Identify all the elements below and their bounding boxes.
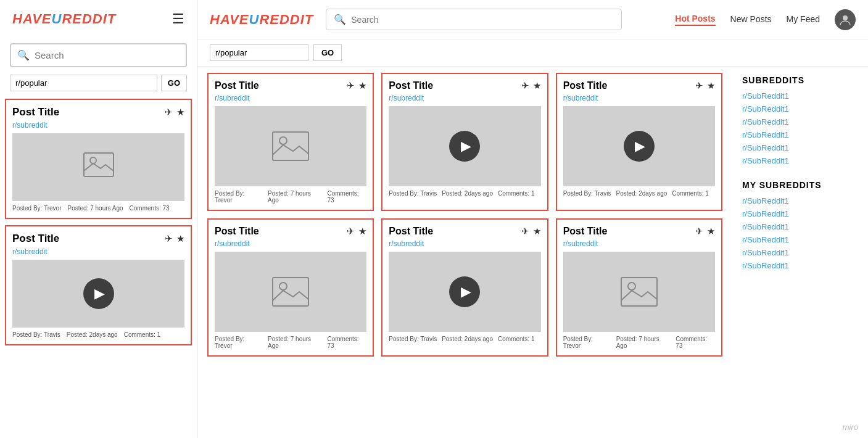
main-post-meta: Posted By: Travis Posted: 2days ago Comm… <box>389 190 540 197</box>
post-card-header: Post Title ✈ ★ <box>12 106 184 118</box>
post-actions: ✈ ★ <box>165 107 184 118</box>
main-post-header: Post Title ✈ ★ <box>389 80 540 91</box>
posted-by: Posted By: Travis <box>12 331 60 338</box>
main-post-header: Post Title ✈ ★ <box>215 226 366 237</box>
my-subreddit-link[interactable]: r/SubReddit1 <box>742 248 858 257</box>
play-arrow-icon: ▶ <box>635 138 645 154</box>
share-icon[interactable]: ✈ <box>165 107 173 118</box>
main-post-header: Post Title ✈ ★ <box>563 80 715 91</box>
my-subreddit-link[interactable]: r/SubReddit1 <box>742 235 858 244</box>
posted-by: Posted By: Trevor <box>215 336 263 349</box>
main-post-actions: ✈ ★ <box>347 80 366 91</box>
svg-point-2 <box>843 15 848 20</box>
sidebar-search-box[interactable]: 🔍 <box>10 43 187 67</box>
main-post-header: Post Title ✈ ★ <box>215 80 366 91</box>
share-icon[interactable]: ✈ <box>347 226 355 237</box>
save-icon[interactable]: ★ <box>358 226 366 237</box>
topbar-search-icon: 🔍 <box>334 14 346 25</box>
post-subreddit[interactable]: r/subreddit <box>12 121 184 130</box>
save-icon[interactable]: ★ <box>533 226 541 237</box>
sidebar-search-input[interactable] <box>35 50 180 60</box>
nav-hot-posts[interactable]: Hot Posts <box>675 14 715 26</box>
my-subreddit-link[interactable]: r/SubReddit1 <box>742 209 858 218</box>
post-title: Post Title <box>12 106 59 118</box>
main-post-header: Post Title ✈ ★ <box>389 226 540 237</box>
main-post-sub[interactable]: r/subreddit <box>563 94 715 102</box>
share-icon[interactable]: ✈ <box>347 80 355 91</box>
topbar: HaveUReddit 🔍 Hot Posts New Posts My Fee… <box>197 0 868 39</box>
comments-count: Comments: 1 <box>124 331 160 338</box>
main-post-title: Post Title <box>215 80 259 91</box>
comments-count: Comments: 1 <box>672 190 708 197</box>
play-arrow-icon: ▶ <box>461 138 471 154</box>
play-button[interactable]: ▶ <box>449 131 480 162</box>
save-icon[interactable]: ★ <box>707 80 715 91</box>
post-subreddit[interactable]: r/subreddit <box>12 247 184 256</box>
topbar-logo-have: Have <box>210 12 249 27</box>
play-button[interactable]: ▶ <box>449 276 480 307</box>
share-icon[interactable]: ✈ <box>165 233 173 244</box>
hamburger-icon[interactable]: ☰ <box>172 11 184 27</box>
share-icon[interactable]: ✈ <box>521 226 529 237</box>
subreddit-link[interactable]: r/SubReddit1 <box>742 130 858 139</box>
sidebar-logo: HaveUReddit <box>12 11 116 27</box>
save-icon[interactable]: ★ <box>533 80 541 91</box>
my-subreddits-title: My SubReddits <box>742 180 858 190</box>
subreddit-link[interactable]: r/SubReddit1 <box>742 156 858 165</box>
main-go-button[interactable]: GO <box>313 44 342 61</box>
sidebar-go-button[interactable]: GO <box>161 75 187 91</box>
play-button[interactable]: ▶ <box>83 278 114 309</box>
my-subreddit-link[interactable]: r/SubReddit1 <box>742 222 858 231</box>
posted-by: Posted By: Travis <box>563 190 611 197</box>
nav-new-posts[interactable]: New Posts <box>730 14 772 25</box>
sidebar-subreddit-input[interactable] <box>10 75 157 91</box>
subreddit-link[interactable]: r/SubReddit1 <box>742 91 858 101</box>
main-post-sub[interactable]: r/subreddit <box>563 239 715 248</box>
main-post-card: Post Title ✈ ★ r/subreddit ▶ Posted By: <box>381 73 548 211</box>
play-button[interactable]: ▶ <box>624 131 655 162</box>
post-meta: Posted By: Travis Posted: 2days ago Comm… <box>12 331 184 338</box>
my-subreddit-link[interactable]: r/SubReddit1 <box>742 196 858 205</box>
save-icon[interactable]: ★ <box>176 233 184 244</box>
main-post-sub[interactable]: r/subreddit <box>215 239 366 248</box>
post-thumbnail <box>12 133 184 201</box>
content-area: Post Title ✈ ★ r/subreddit <box>197 67 868 438</box>
topbar-search-box[interactable]: 🔍 <box>326 9 622 30</box>
subreddit-link[interactable]: r/SubReddit1 <box>742 117 858 126</box>
main-post-header: Post Title ✈ ★ <box>563 226 715 237</box>
share-icon[interactable]: ✈ <box>695 226 703 237</box>
posts-section: Post Title ✈ ★ r/subreddit <box>197 67 732 438</box>
posted-by: Posted By: Trevor <box>215 190 263 204</box>
main-post-sub[interactable]: r/subreddit <box>389 239 540 248</box>
my-subreddit-link[interactable]: r/SubReddit1 <box>742 261 858 270</box>
subreddit-link[interactable]: r/SubReddit1 <box>742 143 858 152</box>
main-post-sub[interactable]: r/subreddit <box>389 94 540 102</box>
subreddit-bar: GO <box>197 39 868 67</box>
topbar-search-input[interactable] <box>351 15 614 25</box>
save-icon[interactable]: ★ <box>176 107 184 118</box>
nav-my-feed[interactable]: My Feed <box>787 14 820 25</box>
posted-when: Posted: 7 hours Ago <box>67 205 123 212</box>
comments-count: Comments: 1 <box>498 336 534 342</box>
main-subreddit-input[interactable] <box>210 44 308 61</box>
svg-rect-0 <box>84 153 114 176</box>
share-icon[interactable]: ✈ <box>521 80 529 91</box>
user-avatar[interactable] <box>835 9 856 30</box>
subreddit-link[interactable]: r/SubReddit1 <box>742 104 858 114</box>
comments-count: Comments: 73 <box>327 336 366 349</box>
save-icon[interactable]: ★ <box>358 80 366 91</box>
main-post-sub[interactable]: r/subreddit <box>215 94 366 102</box>
main-post-meta: Posted By: Travis Posted: 2days ago Comm… <box>563 190 715 197</box>
share-icon[interactable]: ✈ <box>695 80 703 91</box>
posted-when: Posted: 2days ago <box>616 190 667 197</box>
posted-when: Posted: 2days ago <box>67 331 118 338</box>
main-post-meta: Posted By: Trevor Posted: 7 hours Ago Co… <box>563 336 715 349</box>
main-post-actions: ✈ ★ <box>521 226 541 237</box>
miro-watermark: miro <box>843 423 858 432</box>
sidebar-post-card: Post Title ✈ ★ r/subreddit Posted By: Tr… <box>5 99 192 219</box>
save-icon[interactable]: ★ <box>707 226 715 237</box>
sidebar-posts-list: Post Title ✈ ★ r/subreddit Posted By: Tr… <box>0 99 197 438</box>
sidebar-header: HaveUReddit ☰ <box>0 0 197 38</box>
main-post-card: Post Title ✈ ★ r/subreddit ▶ Posted By: <box>556 73 722 211</box>
main-post-title: Post Title <box>389 80 433 91</box>
